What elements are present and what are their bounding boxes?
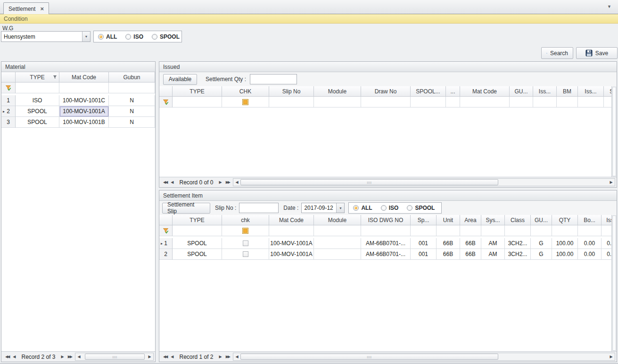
last-record-button[interactable]: ▶▶ bbox=[66, 355, 74, 359]
radio-spool[interactable]: SPOOL bbox=[407, 205, 435, 211]
last-record-button[interactable]: ▶▶ bbox=[224, 180, 231, 184]
issued-header-col[interactable]: ... bbox=[446, 86, 460, 97]
settlement-filter-cell[interactable] bbox=[411, 225, 437, 236]
issued-filter-cell[interactable] bbox=[533, 97, 557, 108]
settlement-header-col[interactable]: Module bbox=[314, 215, 361, 225]
cell-area[interactable]: 66B bbox=[460, 249, 481, 260]
settlement-filter-cell[interactable] bbox=[437, 225, 460, 236]
issued-header-col[interactable]: Mat Code bbox=[460, 86, 510, 97]
settlement-filter-cell[interactable] bbox=[173, 225, 222, 236]
cell-unit[interactable]: 66B bbox=[437, 238, 460, 249]
next-record-button[interactable]: ▶ bbox=[217, 355, 224, 359]
horizontal-scrollbar[interactable]: ◀ |||| ▶ bbox=[233, 353, 615, 361]
cell-sp[interactable]: 001 bbox=[411, 238, 437, 249]
cell-iso-dwg-no[interactable]: AM-66B0701-... bbox=[361, 238, 411, 249]
issued-header-col[interactable]: Iss... bbox=[578, 86, 604, 97]
cell-class[interactable]: 3CH2... bbox=[505, 238, 531, 249]
cell-bo[interactable]: 0.00 bbox=[578, 238, 602, 249]
issued-filter-cell[interactable] bbox=[269, 97, 314, 108]
settlement-filter-cell[interactable] bbox=[361, 225, 411, 236]
cell-module[interactable] bbox=[314, 249, 361, 260]
cell-mat-code-focused[interactable]: 100-MOV-1001A bbox=[59, 106, 109, 117]
settlement-filter-cell[interactable] bbox=[578, 225, 602, 236]
material-filter-type[interactable] bbox=[16, 83, 59, 93]
cell-chk[interactable] bbox=[222, 249, 269, 260]
scroll-left-icon[interactable]: ◀ bbox=[233, 355, 240, 359]
table-row-selected[interactable]: ▸ 2 SPOOL 100-MOV-1001A N bbox=[1, 106, 155, 117]
cell-gubun[interactable]: N bbox=[109, 95, 155, 106]
cell-gubun[interactable]: N bbox=[109, 106, 155, 117]
prev-record-button[interactable]: ◀ bbox=[169, 180, 175, 184]
settlement-filter-chk[interactable] bbox=[222, 225, 269, 236]
settlement-header-col[interactable]: Sys... bbox=[481, 215, 505, 225]
settlement-header-col[interactable]: Iss. bbox=[602, 215, 611, 225]
issued-header-col[interactable]: Module bbox=[314, 86, 361, 97]
available-button[interactable]: Available bbox=[163, 74, 197, 85]
next-record-button[interactable]: ▶ bbox=[217, 180, 224, 184]
cell-mat-code[interactable]: 100-MOV-1001C bbox=[59, 95, 109, 106]
first-record-button[interactable]: ◀◀ bbox=[161, 355, 169, 359]
material-filter-gubun[interactable] bbox=[109, 83, 155, 93]
cell-mat-code[interactable]: 100-MOV-1001A bbox=[269, 249, 314, 260]
issued-filter-cell[interactable] bbox=[173, 97, 222, 108]
last-record-button[interactable]: ▶▶ bbox=[224, 355, 231, 359]
issued-filter-cell[interactable] bbox=[557, 97, 578, 108]
cell-iso-dwg-no[interactable]: AM-66B0701-... bbox=[361, 249, 411, 260]
settlement-filter-cell[interactable] bbox=[481, 225, 505, 236]
tab-settlement[interactable]: Settlement × bbox=[3, 2, 49, 15]
table-row[interactable]: ▸ 1 SPOOL 100-MOV-1001A AM-66B0701-... 0… bbox=[159, 238, 611, 249]
cell-qty[interactable]: 100.00 bbox=[552, 238, 578, 249]
cell-unit[interactable]: 66B bbox=[437, 249, 460, 260]
settlement-qty-input[interactable] bbox=[250, 74, 297, 84]
vertical-scrollbar[interactable] bbox=[611, 86, 617, 177]
radio-all-icon[interactable] bbox=[353, 205, 359, 211]
settlement-header-col[interactable]: ISO DWG NO bbox=[361, 215, 411, 225]
settlement-filter-cell[interactable] bbox=[460, 225, 481, 236]
settlement-header-col[interactable]: Class bbox=[505, 215, 531, 225]
settlement-header-col[interactable]: chk bbox=[222, 215, 269, 225]
cell-iss[interactable]: 0.0 bbox=[602, 249, 611, 260]
cell-mat-code[interactable]: 100-MOV-1001A bbox=[269, 238, 314, 249]
radio-iso[interactable]: ISO bbox=[125, 33, 143, 40]
issued-filter-cell[interactable] bbox=[361, 97, 411, 108]
save-button[interactable]: Save bbox=[576, 47, 618, 59]
slip-no-input[interactable] bbox=[239, 203, 279, 213]
cell-type[interactable]: SPOOL bbox=[173, 249, 222, 260]
cell-class[interactable]: 3CH2... bbox=[505, 249, 531, 260]
cell-module[interactable] bbox=[314, 238, 361, 249]
material-header-matcode[interactable]: Mat Code bbox=[59, 72, 109, 83]
radio-iso-icon[interactable] bbox=[381, 205, 387, 211]
table-row[interactable]: 2 SPOOL 100-MOV-1001A AM-66B0701-... 001… bbox=[159, 249, 611, 260]
cell-gubun[interactable]: N bbox=[109, 117, 155, 128]
settlement-header-col[interactable]: Mat Code bbox=[269, 215, 314, 225]
close-icon[interactable]: × bbox=[40, 6, 44, 12]
radio-iso[interactable]: ISO bbox=[381, 205, 399, 211]
cell-area[interactable]: 66B bbox=[460, 238, 481, 249]
row-checkbox-icon[interactable] bbox=[243, 251, 248, 257]
horizontal-scrollbar[interactable]: ◀ |||| ▶ bbox=[233, 178, 615, 186]
settlement-header-col[interactable]: TYPE bbox=[173, 215, 222, 225]
scrollbar-thumb[interactable]: |||| bbox=[85, 354, 145, 360]
radio-all[interactable]: ALL bbox=[353, 205, 372, 211]
cell-sp[interactable]: 001 bbox=[411, 249, 437, 260]
settlement-filter-cell[interactable] bbox=[505, 225, 531, 236]
cell-type[interactable]: ISO bbox=[16, 95, 59, 106]
settlement-filter-cell[interactable] bbox=[269, 225, 314, 236]
scrollbar-thumb[interactable]: |||| bbox=[240, 179, 498, 185]
settlement-filter-cell[interactable] bbox=[531, 225, 552, 236]
radio-spool-icon[interactable] bbox=[152, 34, 157, 40]
radio-spool-icon[interactable] bbox=[407, 205, 412, 211]
row-checkbox-icon[interactable] bbox=[243, 240, 248, 246]
issued-header-col[interactable]: SPOOL... bbox=[411, 86, 446, 97]
scroll-right-icon[interactable]: ▶ bbox=[146, 355, 153, 359]
radio-spool[interactable]: SPOOL bbox=[152, 33, 180, 40]
radio-all-icon[interactable] bbox=[98, 34, 104, 40]
settlement-slip-button[interactable]: Settlement Slip bbox=[162, 203, 210, 214]
cell-bo[interactable]: 0.00 bbox=[578, 249, 602, 260]
issued-filter-cell[interactable] bbox=[446, 97, 460, 108]
cell-type[interactable]: SPOOL bbox=[16, 117, 59, 128]
issued-filter-cell[interactable] bbox=[460, 97, 510, 108]
issued-filter-cell[interactable] bbox=[604, 97, 611, 108]
issued-header-col[interactable]: TYPE bbox=[173, 86, 222, 97]
first-record-button[interactable]: ◀◀ bbox=[3, 355, 11, 359]
